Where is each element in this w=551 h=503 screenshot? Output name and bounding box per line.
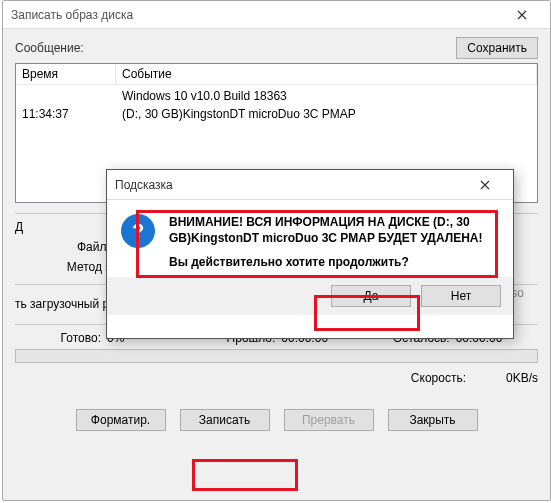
confirm-dialog: Подсказка ? ВНИМАНИЕ! ВСЯ ИНФОРМАЦИЯ НА … [106, 169, 514, 339]
drive-label-fragment: Д [15, 220, 75, 234]
col-header-event[interactable]: Событие [116, 64, 537, 84]
speed-label: Скорость: [411, 371, 466, 385]
dialog-message: ВНИМАНИЕ! ВСЯ ИНФОРМАЦИЯ НА ДИСКЕ (D:, 3… [169, 214, 499, 271]
no-button[interactable]: Нет [421, 285, 501, 307]
message-label: Сообщение: [15, 41, 100, 55]
log-row: Windows 10 v10.0 Build 18363 [16, 87, 537, 105]
progress-bar [15, 349, 538, 363]
dialog-title: Подсказка [115, 178, 465, 192]
yes-button[interactable]: Да [331, 285, 411, 307]
log-row: 11:34:37 (D:, 30 GB)KingstonDT microDuo … [16, 105, 537, 123]
col-header-time[interactable]: Время [16, 64, 116, 84]
speed-value: 0KB/s [478, 371, 538, 385]
dialog-titlebar[interactable]: Подсказка [107, 170, 513, 200]
write-button[interactable]: Записать [180, 409, 270, 431]
close-button[interactable]: Закрыть [388, 409, 478, 431]
window-title: Записать образ диска [11, 8, 502, 22]
abort-button: Прервать [284, 409, 374, 431]
format-button[interactable]: Форматир. [76, 409, 166, 431]
question-icon: ? [121, 214, 155, 248]
close-icon[interactable] [502, 1, 542, 29]
close-icon[interactable] [465, 171, 505, 199]
save-button[interactable]: Сохранить [456, 37, 538, 59]
button-bar: Форматир. Записать Прервать Закрыть [3, 403, 550, 439]
main-titlebar[interactable]: Записать образ диска [3, 1, 550, 29]
ready-label: Готово: [15, 331, 107, 345]
